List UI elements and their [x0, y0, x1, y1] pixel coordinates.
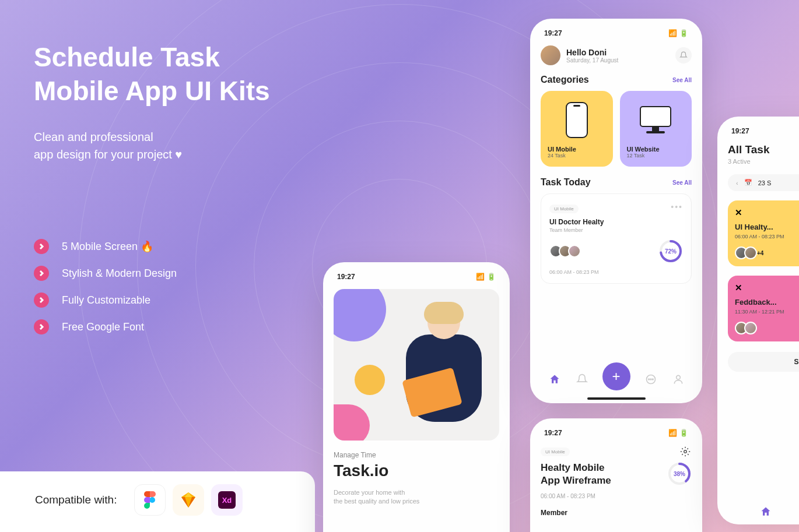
nav-bell-icon[interactable]	[575, 372, 589, 386]
alltask-title: All Task	[728, 143, 799, 156]
more-icon[interactable]: •••	[671, 202, 683, 212]
chevron-left-icon[interactable]: ‹	[736, 179, 738, 186]
gear-icon[interactable]	[679, 445, 692, 458]
svg-rect-10	[652, 126, 659, 131]
bell-icon[interactable]	[675, 47, 692, 64]
figma-icon	[134, 484, 166, 516]
manage-label: Manage Time	[334, 451, 499, 459]
progress-ring: 38%	[667, 461, 692, 486]
features-list: 5 Mobile Screen 🔥 Stylish & Modern Desig…	[34, 239, 177, 346]
mini-task-time: 06:00 AM - 08:23 PM	[735, 234, 799, 239]
date-picker[interactable]: ‹ 📅 23 S	[728, 174, 799, 191]
task-mini-card[interactable]: ✕ Feddback... 11:30 AM - 12:21 PM	[728, 276, 799, 341]
screen-home: 19:27📶🔋 Hello Doni Saturday, 17 August C…	[530, 19, 702, 403]
status-icons: 📶🔋	[668, 429, 688, 437]
bottom-nav: +	[541, 368, 692, 390]
category-count: 24 Task	[548, 153, 606, 158]
status-time: 19:27	[731, 127, 749, 135]
hero-illustration	[334, 289, 499, 441]
chevron-right-icon	[34, 266, 49, 281]
svg-rect-7	[566, 103, 587, 138]
mini-members	[735, 322, 799, 334]
nav-chat-icon[interactable]	[644, 372, 658, 386]
nav-profile-icon[interactable]	[671, 372, 685, 386]
feature-item: 5 Mobile Screen 🔥	[62, 240, 153, 253]
category-card[interactable]: UI Website 12 Task	[620, 91, 692, 167]
chevron-right-icon	[34, 319, 49, 334]
chevron-right-icon	[34, 239, 49, 254]
greeting-name: Hello Doni	[566, 48, 670, 57]
close-icon[interactable]: ✕	[735, 207, 799, 218]
bottom-nav	[728, 505, 799, 519]
svg-point-18	[676, 375, 680, 379]
compatible-label: Compatible with:	[35, 494, 117, 506]
status-icons: 📶🔋	[668, 29, 688, 37]
detail-title: Healty MobileApp Wireframe	[541, 461, 667, 487]
svg-text:Xd: Xd	[222, 496, 232, 505]
task-badge: UI Mobile	[549, 205, 579, 213]
mini-task-time: 11:30 AM - 12:21 PM	[735, 309, 799, 315]
xd-icon: Xd	[211, 484, 243, 516]
hero-section: Schedule Task Mobile App UI Kits Clean a…	[34, 41, 270, 163]
status-time: 19:27	[337, 273, 355, 281]
see-all-link[interactable]: See All	[672, 179, 692, 186]
screen-detail: 19:27📶🔋 UI Mobile Healty MobileApp Wiref…	[530, 418, 702, 532]
category-name: UI Website	[627, 146, 685, 153]
svg-rect-11	[646, 131, 665, 133]
svg-point-16	[650, 379, 651, 380]
categories-title: Categories	[541, 75, 589, 85]
task-time: 06:00 AM - 08:23 PM	[549, 269, 683, 275]
hero-subtitle: Clean and professional app design for yo…	[34, 128, 270, 163]
status-time: 19:27	[544, 29, 562, 37]
close-icon[interactable]: ✕	[735, 283, 799, 293]
svg-rect-9	[640, 107, 671, 126]
svg-point-15	[648, 379, 649, 380]
status-icons: 📶🔋	[476, 273, 496, 281]
fab-add-button[interactable]: +	[602, 362, 630, 390]
nav-home-icon[interactable]	[548, 372, 562, 386]
svg-point-0	[149, 497, 155, 503]
screen-splash: 19:27📶🔋 Manage Time Task.io Decorate you…	[323, 262, 510, 532]
show-button[interactable]: Show	[728, 352, 799, 372]
date-label: 23 S	[758, 179, 772, 186]
task-today-title: Task Today	[541, 177, 591, 188]
chevron-right-icon	[34, 293, 49, 308]
hero-title: Schedule Task Mobile App UI Kits	[34, 41, 270, 108]
see-all-link[interactable]: See All	[672, 77, 692, 83]
svg-point-19	[684, 450, 687, 453]
task-card[interactable]: UI Mobile••• UI Doctor Healty Team Membe…	[541, 193, 692, 284]
home-indicator	[587, 397, 646, 400]
mini-task-title: Feddback...	[735, 298, 799, 306]
compatible-bar: Compatible with: Xd	[0, 471, 315, 532]
brand-name: Task.io	[334, 461, 499, 480]
mini-task-title: UI Healty...	[735, 223, 799, 231]
svg-point-17	[652, 379, 653, 380]
feature-item: Stylish & Modern Design	[62, 267, 177, 280]
svg-rect-8	[573, 105, 580, 107]
team-members	[549, 245, 577, 258]
task-mini-card[interactable]: ✕ UI Healty... 06:00 AM - 08:23 PM +4	[728, 200, 799, 266]
screen-alltask: 19:27 All Task 3 Active ‹ 📅 23 S ✕ UI He…	[717, 117, 799, 524]
calendar-icon: 📅	[744, 179, 752, 186]
sketch-icon	[173, 484, 204, 516]
detail-time: 06:00 AM - 08:23 PM	[541, 493, 692, 499]
category-count: 12 Task	[627, 153, 685, 158]
alltask-active: 3 Active	[728, 158, 799, 165]
feature-item: Free Google Font	[62, 321, 144, 333]
category-card[interactable]: UI Mobile 24 Task	[541, 91, 613, 167]
progress-ring: 72%	[658, 239, 683, 263]
member-label: Member	[541, 509, 692, 517]
feature-item: Fully Customizable	[62, 294, 150, 306]
avatar[interactable]	[541, 45, 560, 65]
greeting-date: Saturday, 17 August	[566, 57, 670, 64]
task-name: UI Doctor Healty	[549, 218, 683, 226]
detail-badge: UI Mobile	[541, 448, 570, 456]
task-sub: Team Member	[549, 227, 683, 233]
mini-members: +4	[735, 246, 799, 259]
brand-desc: Decorate your home withthe best quality …	[334, 488, 499, 506]
category-name: UI Mobile	[548, 146, 606, 153]
status-time: 19:27	[544, 429, 562, 437]
nav-home-icon[interactable]	[759, 505, 773, 519]
